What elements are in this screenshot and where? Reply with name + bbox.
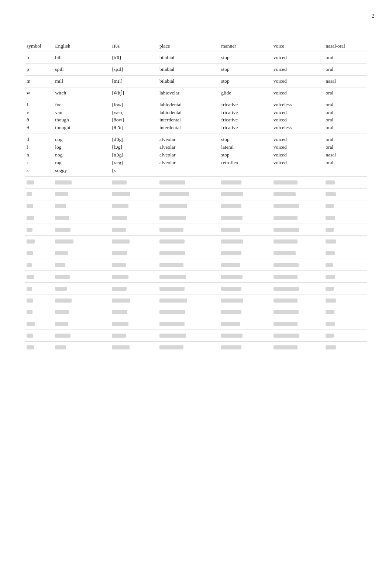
table-row: wwitch[ŵɪtʃ]labiovelarglidevoicedoral bbox=[25, 87, 367, 99]
blurred-cell-0-14 bbox=[25, 341, 54, 353]
blurred-table-row bbox=[25, 188, 367, 200]
cell-nasal_oral-3: oral bbox=[324, 87, 367, 99]
cell-ipa-1: [spɪl] bbox=[110, 63, 158, 75]
blurred-cell-2-1 bbox=[110, 188, 158, 200]
cell-voice-3: voiced bbox=[272, 87, 324, 99]
cell-place-2: bilabial bbox=[158, 75, 220, 87]
blurred-cell-2-9 bbox=[110, 283, 158, 294]
blurred-cell-1-3 bbox=[54, 212, 110, 224]
blurred-cell-4-10 bbox=[220, 294, 272, 306]
blurred-cell-0-0 bbox=[25, 176, 54, 188]
cell-manner-2: stop bbox=[220, 75, 272, 87]
blurred-cell-4-7 bbox=[220, 259, 272, 271]
blurred-table-row bbox=[25, 235, 367, 247]
blurred-cell-5-7 bbox=[272, 259, 324, 271]
blurred-cell-5-0 bbox=[272, 176, 324, 188]
blurred-cell-0-1 bbox=[25, 188, 54, 200]
blurred-cell-1-4 bbox=[54, 224, 110, 235]
blurred-cell-1-2 bbox=[54, 200, 110, 212]
cell-symbol-1: p bbox=[25, 63, 54, 75]
blurred-cell-4-11 bbox=[220, 306, 272, 318]
blurred-cell-3-6 bbox=[158, 247, 220, 259]
blurred-cell-1-10 bbox=[54, 294, 110, 306]
blurred-cell-2-7 bbox=[110, 259, 158, 271]
blurred-cell-0-12 bbox=[25, 318, 54, 330]
blurred-cell-2-2 bbox=[110, 200, 158, 212]
table-row: fvðθfoevanthoughthought[fow][væn][ðow][θ… bbox=[25, 99, 367, 134]
blurred-cell-6-0 bbox=[324, 176, 367, 188]
blurred-cell-2-5 bbox=[110, 235, 158, 247]
blurred-cell-5-12 bbox=[272, 318, 324, 330]
blurred-cell-0-2 bbox=[25, 200, 54, 212]
blurred-table-row bbox=[25, 271, 367, 283]
blurred-table-row bbox=[25, 176, 367, 188]
header-nasal-oral: nasal/oral bbox=[324, 41, 367, 52]
blurred-cell-0-3 bbox=[25, 212, 54, 224]
blurred-table-row bbox=[25, 247, 367, 259]
cell-nasal_oral-1: oral bbox=[324, 63, 367, 75]
blurred-cell-0-4 bbox=[25, 224, 54, 235]
blurred-cell-2-12 bbox=[110, 318, 158, 330]
cell-english-5: doglognogragsoggy bbox=[54, 134, 110, 177]
blurred-cell-4-4 bbox=[220, 224, 272, 235]
cell-manner-0: stop bbox=[220, 52, 272, 63]
cell-manner-5: stoplateralstopretroflex bbox=[220, 134, 272, 177]
cell-english-4: foevanthoughthought bbox=[54, 99, 110, 134]
blurred-cell-2-3 bbox=[110, 212, 158, 224]
blurred-cell-4-13 bbox=[220, 330, 272, 341]
blurred-table-row bbox=[25, 306, 367, 318]
cell-voice-0: voiced bbox=[272, 52, 324, 63]
table-header-row: symbol English IPA place manner voice na… bbox=[25, 41, 367, 52]
blurred-cell-6-8 bbox=[324, 271, 367, 283]
blurred-cell-5-11 bbox=[272, 306, 324, 318]
blurred-cell-5-10 bbox=[272, 294, 324, 306]
blurred-cell-1-12 bbox=[54, 318, 110, 330]
table-row: mmill[mɪl]bilabialstopvoicednasal bbox=[25, 75, 367, 87]
blurred-cell-2-13 bbox=[110, 330, 158, 341]
blurred-cell-0-6 bbox=[25, 247, 54, 259]
phonetics-table-container: symbol English IPA place manner voice na… bbox=[25, 41, 367, 353]
blurred-cell-4-8 bbox=[220, 271, 272, 283]
blurred-cell-0-9 bbox=[25, 283, 54, 294]
cell-manner-3: glide bbox=[220, 87, 272, 99]
blurred-cell-5-5 bbox=[272, 235, 324, 247]
blurred-cell-6-1 bbox=[324, 188, 367, 200]
blurred-cell-3-9 bbox=[158, 283, 220, 294]
blurred-table-row bbox=[25, 318, 367, 330]
header-english: English bbox=[54, 41, 110, 52]
blurred-cell-6-3 bbox=[324, 212, 367, 224]
header-voice: voice bbox=[272, 41, 324, 52]
blurred-cell-3-13 bbox=[158, 330, 220, 341]
blurred-cell-2-8 bbox=[110, 271, 158, 283]
blurred-table-row bbox=[25, 341, 367, 353]
blurred-cell-3-14 bbox=[158, 341, 220, 353]
blurred-cell-1-7 bbox=[54, 259, 110, 271]
blurred-cell-5-8 bbox=[272, 271, 324, 283]
cell-nasal_oral-0: oral bbox=[324, 52, 367, 63]
header-ipa: IPA bbox=[110, 41, 158, 52]
table-row: dlnrsdoglognogragsoggy[dɔg][lɔg][nɔg][ræ… bbox=[25, 134, 367, 177]
cell-voice-2: voiced bbox=[272, 75, 324, 87]
header-symbol: symbol bbox=[25, 41, 54, 52]
blurred-cell-5-13 bbox=[272, 330, 324, 341]
blurred-cell-5-3 bbox=[272, 212, 324, 224]
blurred-cell-6-7 bbox=[324, 259, 367, 271]
table-row: pspill[spɪl]bilabialstopvoicedoral bbox=[25, 63, 367, 75]
blurred-cell-4-5 bbox=[220, 235, 272, 247]
cell-nasal_oral-2: nasal bbox=[324, 75, 367, 87]
cell-ipa-2: [mɪl] bbox=[110, 75, 158, 87]
cell-english-2: mill bbox=[54, 75, 110, 87]
blurred-cell-6-10 bbox=[324, 294, 367, 306]
cell-ipa-5: [dɔg][lɔg][nɔg][ræg][s bbox=[110, 134, 158, 177]
blurred-cell-6-9 bbox=[324, 283, 367, 294]
blurred-cell-6-14 bbox=[324, 341, 367, 353]
blurred-cell-2-0 bbox=[110, 176, 158, 188]
cell-voice-4: voicelessvoicedvoicedvoiceless bbox=[272, 99, 324, 134]
blurred-cell-1-14 bbox=[54, 341, 110, 353]
blurred-cell-6-4 bbox=[324, 224, 367, 235]
blurred-cell-3-4 bbox=[158, 224, 220, 235]
blurred-table-row bbox=[25, 224, 367, 235]
blurred-cell-1-11 bbox=[54, 306, 110, 318]
blurred-cell-5-4 bbox=[272, 224, 324, 235]
cell-english-1: spill bbox=[54, 63, 110, 75]
